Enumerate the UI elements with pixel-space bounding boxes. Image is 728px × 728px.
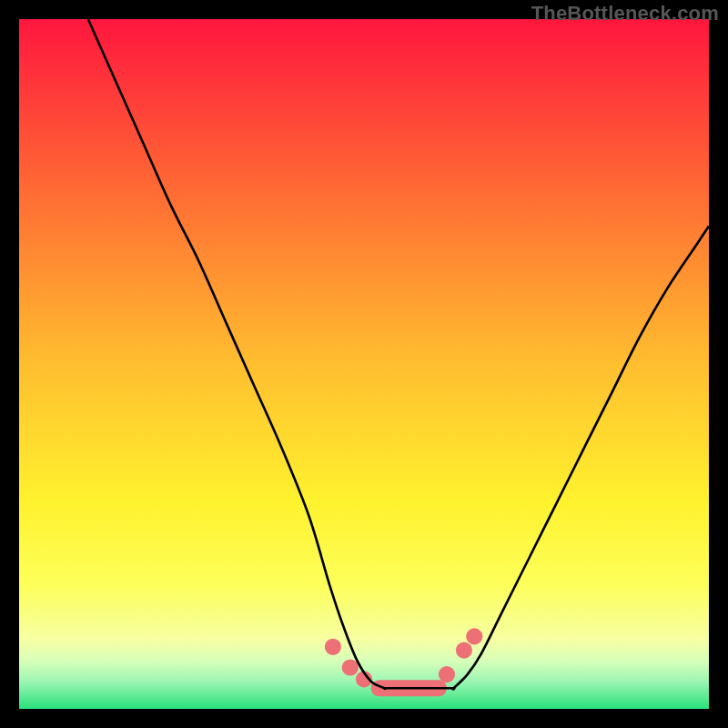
svg-point-5 [456,642,472,658]
svg-point-6 [466,628,482,644]
svg-point-4 [439,666,455,682]
svg-point-1 [325,639,341,655]
svg-point-2 [342,659,359,675]
gradient-bg [19,19,709,709]
bottleneck-chart [19,19,709,709]
chart-frame: TheBottleneck.com [0,0,728,728]
